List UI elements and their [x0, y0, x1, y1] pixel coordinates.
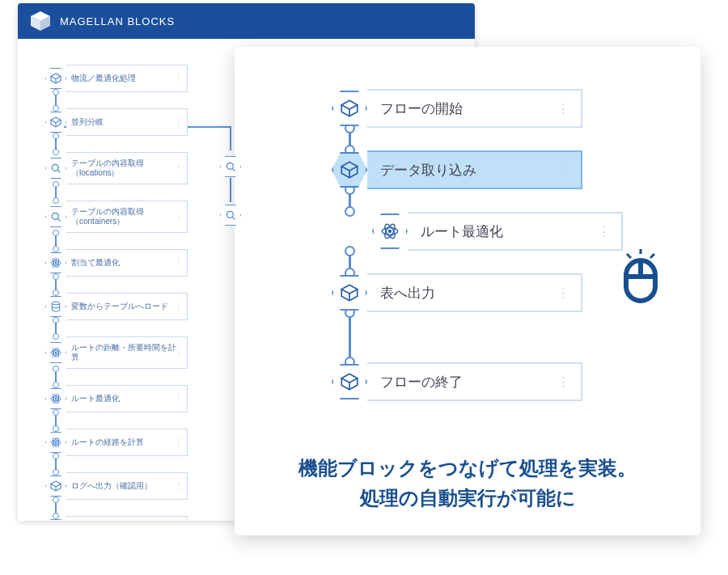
caption-line-2: 処理の自動実行が可能に — [235, 483, 700, 513]
search-icon — [45, 206, 66, 227]
flow-node[interactable]: フローの終了⋮ — [45, 516, 188, 521]
flow-node[interactable]: ルートの距離・所要時間を計算⋮ — [45, 336, 188, 369]
node-label: データ取り込み — [380, 161, 476, 180]
cube-icon — [45, 68, 66, 89]
menu-icon[interactable]: ⋮ — [557, 374, 569, 391]
cube-icon — [332, 275, 367, 311]
node-label: ルート最適化 — [421, 222, 503, 241]
atom-icon — [45, 432, 66, 453]
front-card: フローの開始⋮ データ取り込み⋮ ルート最適化⋮ 表へ出力⋮ フローの終了⋮ 機… — [235, 47, 700, 535]
flow-node[interactable]: テーブルの内容取得（locations）⋮ — [45, 152, 188, 184]
menu-icon[interactable]: ⋮ — [175, 394, 182, 404]
cube-icon — [45, 519, 66, 521]
flow-node[interactable]: 物流／最適化処理⋮ — [45, 65, 188, 92]
flow-node[interactable]: 割当て最適化⋮ — [45, 249, 188, 277]
flow-node-output[interactable]: 表へ出力⋮ — [332, 273, 582, 312]
node-label: 表へ出力 — [380, 284, 435, 302]
node-label: 変数からテーブルへロード — [71, 302, 168, 311]
node-label: 物流／最適化処理 — [71, 74, 136, 83]
caption-line-1: 機能ブロックをつなげて処理を実装。 — [235, 453, 700, 483]
caption: 機能ブロックをつなげて処理を実装。 処理の自動実行が可能に — [235, 453, 700, 513]
flow-node[interactable]: テーブルの内容取得（containers）⋮ — [45, 201, 188, 233]
menu-icon[interactable]: ⋮ — [557, 285, 569, 302]
node-label: ルートの距離・所要時間を計算 — [71, 343, 180, 362]
menu-icon[interactable]: ⋮ — [557, 162, 569, 179]
atom-icon — [372, 214, 408, 249]
flow-node[interactable]: 並列分岐⋮ — [45, 108, 188, 136]
search-icon — [45, 158, 66, 179]
menu-icon[interactable]: ⋮ — [597, 223, 610, 240]
flow-node-ingest[interactable]: データ取り込み⋮ — [332, 150, 582, 189]
atom-icon — [45, 342, 66, 363]
node-label: 並列分岐 — [71, 117, 104, 127]
flow-node[interactable]: ログへ出力（確認用）⋮ — [45, 472, 188, 500]
flow-node[interactable]: ルート最適化⋮ — [45, 385, 188, 412]
cube-icon — [45, 112, 66, 133]
node-label: フローの終了 — [380, 373, 463, 391]
flow-node[interactable]: 変数からテーブルへロード⋮ — [45, 293, 188, 320]
menu-icon[interactable]: ⋮ — [175, 212, 182, 222]
node-label: フローの開始 — [380, 99, 463, 118]
node-label: ルート最適化 — [71, 394, 120, 404]
flow-node-optimize[interactable]: ルート最適化⋮ — [372, 212, 623, 251]
menu-icon[interactable]: ⋮ — [175, 163, 182, 173]
menu-icon[interactable]: ⋮ — [175, 302, 182, 311]
menu-icon[interactable]: ⋮ — [175, 117, 182, 127]
db-icon — [45, 296, 66, 317]
node-label: 割当て最適化 — [71, 258, 120, 268]
menu-icon[interactable]: ⋮ — [175, 348, 182, 357]
cube-icon — [332, 152, 367, 188]
menu-icon[interactable]: ⋮ — [175, 258, 182, 268]
mouse-icon — [615, 249, 667, 306]
app-name: MAGELLAN BLOCKS — [60, 15, 175, 27]
menu-icon[interactable]: ⋮ — [175, 438, 182, 447]
flow-node-start[interactable]: フローの開始⋮ — [332, 89, 582, 128]
node-label: テーブルの内容取得（locations） — [71, 159, 180, 178]
menu-icon[interactable]: ⋮ — [175, 481, 182, 491]
atom-icon — [45, 388, 66, 409]
app-header: MAGELLAN BLOCKS — [18, 3, 475, 39]
flow-node[interactable]: ルートの経路を計算⋮ — [45, 429, 188, 456]
cube-icon — [332, 91, 367, 126]
cube-icon — [332, 364, 367, 400]
cube-icon — [45, 476, 66, 497]
menu-icon[interactable]: ⋮ — [175, 74, 182, 83]
node-label: ログへ出力（確認用） — [71, 481, 152, 491]
atom-icon — [45, 252, 66, 273]
logo-icon — [29, 10, 52, 32]
node-label: ルートの経路を計算 — [71, 438, 144, 447]
flow-node-end[interactable]: フローの終了⋮ — [332, 362, 582, 401]
node-label: テーブルの内容取得（containers） — [71, 207, 180, 226]
menu-icon[interactable]: ⋮ — [557, 100, 569, 117]
